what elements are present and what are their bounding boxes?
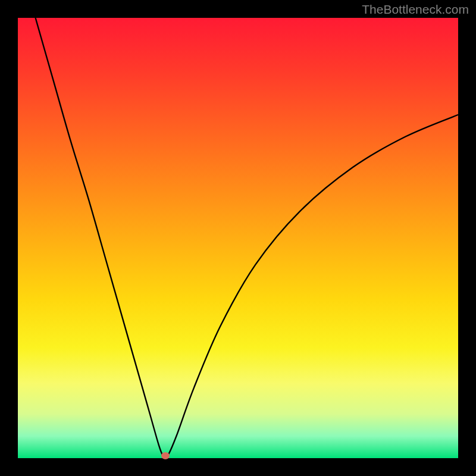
bottleneck-curve: [36, 18, 458, 458]
optimum-marker: [161, 452, 170, 459]
curve-svg: [18, 18, 458, 458]
plot-area: [18, 18, 458, 458]
chart-container: TheBottleneck.com: [0, 0, 476, 476]
watermark-text: TheBottleneck.com: [362, 2, 469, 17]
